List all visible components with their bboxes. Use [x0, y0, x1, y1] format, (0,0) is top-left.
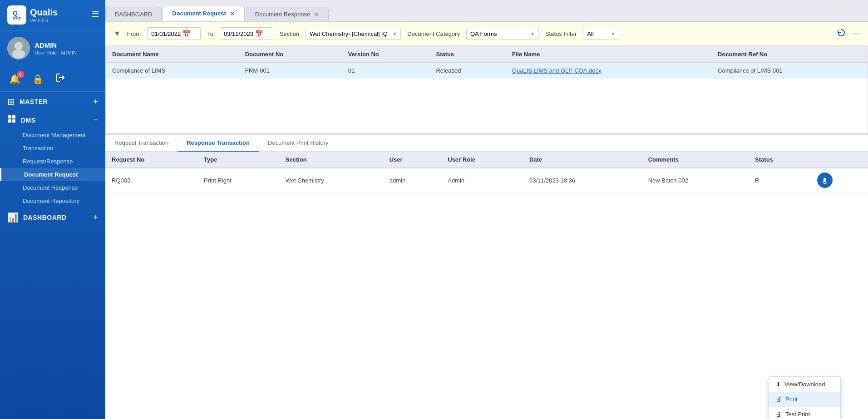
- content-area: ▼ From 01/01/2022 📅 To 03/11/2023 📅 Sect…: [105, 22, 868, 419]
- sidebar-item-document-response[interactable]: Document Response: [0, 181, 105, 194]
- dashboard-plus-icon: +: [93, 213, 98, 222]
- sidebar-item-dms[interactable]: DMS −: [0, 110, 105, 128]
- col-request-no: Request No: [105, 152, 197, 168]
- section-label: Section: [280, 30, 299, 37]
- cell-doc-ref-no: Compliance of LIMS 001: [711, 63, 868, 79]
- action-button[interactable]: [817, 173, 833, 188]
- sidebar-icons-row: 🔔 0 🔒: [0, 66, 105, 92]
- lock-button[interactable]: 🔒: [30, 72, 45, 86]
- sidebar-item-document-management[interactable]: Document Management: [0, 128, 105, 142]
- upper-table-section: Document Name Document No Version No Sta…: [105, 46, 868, 134]
- table-row[interactable]: RQ002 Print Right Wet Chemistry admin Ad…: [105, 168, 868, 192]
- tab-document-response[interactable]: Document Response ✕: [246, 7, 329, 21]
- admin-role: User Role : ADMIN: [35, 50, 77, 55]
- from-date-value: 01/01/2022: [151, 30, 181, 37]
- sidebar-item-dashboard[interactable]: 📊 DASHBOARD +: [0, 207, 105, 226]
- col-file-name: File Name: [506, 46, 711, 63]
- dropdown-item-print[interactable]: 🖨 Print: [769, 392, 840, 407]
- sidebar-item-document-request[interactable]: Document Request: [0, 168, 105, 181]
- tab-document-request-close[interactable]: ✕: [230, 10, 235, 17]
- section-dropdown[interactable]: Wet Chemistry- [Chemical] [Q ▼: [306, 28, 401, 40]
- svg-rect-5: [8, 119, 11, 123]
- doc-category-dropdown[interactable]: QA Forms ▼: [466, 28, 539, 40]
- dropdown-item-test-print-label: Test Print: [785, 411, 810, 418]
- dropdown-item-view-download-label: View/Download: [784, 381, 825, 388]
- tab-document-response-label: Document Response: [255, 11, 310, 18]
- col-user: User: [383, 152, 441, 168]
- tabs-bar: DASHBOARD Document Request ✕ Document Re…: [105, 0, 868, 22]
- tab-document-response-close[interactable]: ✕: [314, 11, 319, 18]
- refresh-button[interactable]: [836, 28, 846, 40]
- document-repository-label: Document Repository: [23, 197, 79, 204]
- doc-category-label: Document Category: [407, 30, 460, 37]
- to-calendar-icon[interactable]: 📅: [255, 30, 263, 37]
- cell-doc-name: Compliance of LIMS: [106, 63, 239, 79]
- svg-rect-7: [824, 178, 826, 182]
- sidebar-item-request-response[interactable]: Request/Response: [0, 155, 105, 168]
- col-action: [811, 152, 868, 168]
- minimize-button[interactable]: —: [853, 30, 860, 38]
- table-row[interactable]: Compliance of LIMS FRM-001 01 Released Q…: [106, 63, 868, 79]
- bottom-tabs: Request Transaction Response Transaction…: [105, 135, 868, 152]
- col-doc-name: Document Name: [106, 46, 239, 63]
- sidebar-item-document-repository[interactable]: Document Repository: [0, 194, 105, 207]
- cell-user-role: Admin: [441, 168, 523, 192]
- to-label: To: [207, 30, 213, 37]
- from-calendar-icon[interactable]: 📅: [182, 30, 190, 37]
- request-response-label: Request/Response: [23, 158, 73, 165]
- sidebar-header: Q DMS Qualis Ver 8.0.6 ☰: [0, 0, 105, 30]
- cell-doc-no: FRM-001: [239, 63, 342, 79]
- sidebar-nav: ⊞ MASTER + DMS − Docu: [0, 92, 105, 419]
- doc-category-value: QA Forms: [470, 30, 497, 37]
- logo-sub: DMS: [13, 16, 21, 20]
- document-management-label: Document Management: [23, 132, 86, 138]
- tab-dashboard-label: DASHBOARD: [115, 11, 152, 18]
- tab-dashboard[interactable]: DASHBOARD: [105, 7, 162, 21]
- cell-action: [811, 168, 868, 192]
- version-text: Ver 8.0.6: [30, 18, 58, 23]
- cell-user: admin: [383, 168, 441, 192]
- notification-badge: 0: [17, 71, 24, 78]
- svg-rect-6: [12, 119, 15, 123]
- tab-response-transaction[interactable]: Response Transaction: [178, 135, 259, 152]
- tab-request-transaction[interactable]: Request Transaction: [105, 135, 178, 152]
- admin-name: ADMIN: [35, 41, 77, 49]
- from-label: From: [127, 30, 141, 37]
- to-date-input[interactable]: 03/11/2023 📅: [220, 27, 273, 40]
- svg-rect-4: [12, 115, 15, 118]
- tab-print-history[interactable]: Document Print History: [259, 135, 338, 152]
- sidebar-item-transaction[interactable]: Transaction: [0, 142, 105, 155]
- bottom-section: Request Transaction Response Transaction…: [105, 134, 868, 419]
- from-date-input[interactable]: 01/01/2022 📅: [147, 27, 201, 40]
- notifications-button[interactable]: 🔔 0: [7, 72, 22, 86]
- master-label: MASTER: [20, 98, 48, 105]
- col-version-no: Version No: [342, 46, 430, 63]
- app-name: Qualis: [30, 7, 58, 18]
- cell-version-no: 01: [342, 63, 430, 79]
- response-table: Request No Type Section User User Role D…: [105, 152, 868, 192]
- tab-document-request[interactable]: Document Request ✕: [163, 6, 244, 21]
- status-dropdown[interactable]: All ▼: [583, 28, 619, 40]
- tab-print-history-label: Document Print History: [268, 139, 329, 146]
- svg-point-1: [15, 42, 23, 50]
- sidebar-item-master[interactable]: ⊞ MASTER +: [0, 92, 105, 110]
- col-type: Type: [197, 152, 279, 168]
- main-content: DASHBOARD Document Request ✕ Document Re…: [105, 0, 868, 419]
- col-doc-ref-no: Document Ref No: [711, 46, 868, 63]
- sidebar: Q DMS Qualis Ver 8.0.6 ☰ ADMIN User Role…: [0, 0, 105, 419]
- print-icon: 🖨: [776, 396, 782, 403]
- col-doc-no: Document No: [239, 46, 342, 63]
- cell-comments: New Batch 002: [642, 168, 749, 192]
- action-dropdown-menu: ⬇ View/Download 🖨 Print 🖨 Test Print: [768, 376, 841, 419]
- hamburger-button[interactable]: ☰: [92, 9, 99, 19]
- tab-request-transaction-label: Request Transaction: [114, 139, 168, 146]
- master-plus-icon: +: [93, 97, 98, 107]
- svg-rect-3: [8, 115, 11, 118]
- test-print-icon: 🖨: [776, 411, 782, 418]
- col-status: Status: [749, 152, 811, 168]
- cell-file-name[interactable]: QuaLIS LIMS and GLP-CQA.docx: [506, 63, 711, 79]
- dropdown-item-test-print[interactable]: 🖨 Test Print: [769, 407, 840, 419]
- dropdown-item-view-download[interactable]: ⬇ View/Download: [769, 377, 840, 392]
- dms-label: DMS: [21, 117, 36, 124]
- logout-button[interactable]: [54, 71, 67, 87]
